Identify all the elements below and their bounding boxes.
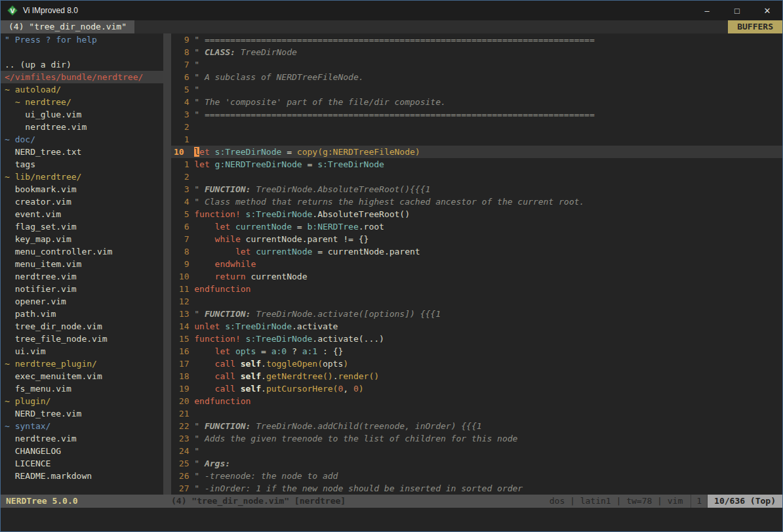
- editor-line[interactable]: 9 endwhile: [171, 258, 782, 270]
- tree-item[interactable]: notifier.vim: [1, 283, 163, 295]
- main-area: " Press ? for help.. (up a dir)</vimfile…: [1, 33, 782, 495]
- editor-line-current[interactable]: 10let s:TreeDirNode = copy(g:NERDTreeFil…: [171, 146, 782, 158]
- editor-line[interactable]: 18 call self.getNerdtree().render(): [171, 370, 782, 382]
- tree-item[interactable]: .. (up a dir): [1, 58, 163, 71]
- tree-item[interactable]: nerdtree.vim: [1, 432, 163, 445]
- tree-item[interactable]: ~ nerdtree_plugin/: [1, 358, 163, 370]
- tree-item[interactable]: ~ syntax/: [1, 420, 163, 432]
- tree-item[interactable]: key_map.vim: [1, 233, 163, 245]
- tree-item[interactable]: fs_menu.vim: [1, 382, 163, 395]
- editor-line[interactable]: 2: [171, 171, 782, 183]
- editor-line[interactable]: 6" A subclass of NERDTreeFileNode.: [171, 71, 782, 83]
- tree-item[interactable]: exec_menuitem.vim: [1, 370, 163, 382]
- tree-item[interactable]: LICENCE: [1, 457, 163, 470]
- editor-line[interactable]: 1let g:NERDTreeDirNode = s:TreeDirNode: [171, 158, 782, 171]
- nerdtree-sidebar[interactable]: " Press ? for help.. (up a dir)</vimfile…: [1, 33, 163, 495]
- tree-item[interactable]: opener.vim: [1, 295, 163, 308]
- tree-item[interactable]: ui_glue.vim: [1, 108, 163, 121]
- line-number: 16: [174, 345, 189, 358]
- code-text: call self.putCursorHere(0, 0): [194, 382, 363, 395]
- editor-line[interactable]: 20endfunction: [171, 395, 782, 407]
- tree-item[interactable]: ~ doc/: [1, 133, 163, 146]
- tree-item[interactable]: tree_file_node.vim: [1, 333, 163, 345]
- editor-line[interactable]: 13" FUNCTION: TreeDirNode.activate([opti…: [171, 308, 782, 320]
- editor-line[interactable]: 24": [171, 445, 782, 457]
- line-number: 15: [174, 333, 189, 345]
- line-number: 7: [174, 58, 189, 71]
- tree-item[interactable]: README.markdown: [1, 470, 163, 482]
- editor-line[interactable]: 7": [171, 58, 782, 71]
- tree-item[interactable]: NERD_tree.vim: [1, 407, 163, 420]
- tree-item[interactable]: tree_dir_node.vim: [1, 320, 163, 333]
- editor-line[interactable]: 15function! s:TreeDirNode.activate(...): [171, 333, 782, 345]
- editor-line[interactable]: 27" -inOrder: 1 if the new node should b…: [171, 482, 782, 495]
- line-number: 9: [174, 33, 189, 46]
- editor-line[interactable]: 2: [171, 121, 782, 133]
- code-text: " -inOrder: 1 if the new node should be …: [194, 482, 523, 495]
- editor-line[interactable]: 4" The 'composite' part of the file/dir …: [171, 96, 782, 108]
- code-text: " FUNCTION: TreeDirNode.addChild(treenod…: [194, 420, 481, 432]
- tree-item[interactable]: flag_set.vim: [1, 220, 163, 233]
- editor-line[interactable]: 21: [171, 407, 782, 420]
- line-number: 6: [174, 71, 189, 83]
- tree-item[interactable]: NERD_tree.txt: [1, 146, 163, 158]
- maximize-button[interactable]: □: [722, 1, 752, 20]
- tree-item[interactable]: bookmark.vim: [1, 183, 163, 195]
- code-text: " -treenode: the node to add: [194, 470, 338, 482]
- tree-item[interactable]: event.vim: [1, 208, 163, 220]
- editor-line[interactable]: 4" Class method that returns the highest…: [171, 195, 782, 208]
- tree-item[interactable]: " Press ? for help: [1, 33, 163, 46]
- tree-root-item[interactable]: </vimfiles/bundle/nerdtree/: [1, 71, 163, 83]
- minimize-button[interactable]: –: [692, 1, 722, 20]
- editor-line[interactable]: 6 let currentNode = b:NERDTree.root: [171, 220, 782, 233]
- tree-item[interactable]: nerdtree.vim: [1, 121, 163, 133]
- editor-line[interactable]: 8" CLASS: TreeDirNode: [171, 46, 782, 58]
- tree-item[interactable]: ui.vim: [1, 345, 163, 358]
- tree-item[interactable]: creator.vim: [1, 195, 163, 208]
- tab-tree-dir-node[interactable]: (4) "tree_dir_node.vim": [1, 20, 134, 33]
- editor-line[interactable]: 5function! s:TreeDirNode.AbsoluteTreeRoo…: [171, 208, 782, 220]
- tree-item[interactable]: ~ plugin/: [1, 395, 163, 407]
- code-text: " CLASS: TreeDirNode: [194, 46, 297, 58]
- editor-line[interactable]: 26" -treenode: the node to add: [171, 470, 782, 482]
- editor-line[interactable]: 19 call self.putCursorHere(0, 0): [171, 382, 782, 395]
- editor-line[interactable]: 25" Args:: [171, 457, 782, 470]
- editor-line[interactable]: 9" =====================================…: [171, 33, 782, 46]
- editor-line[interactable]: 23" Adds the given treenode to the list …: [171, 432, 782, 445]
- editor-line[interactable]: 12: [171, 295, 782, 308]
- tree-item[interactable]: ~ lib/nerdtree/: [1, 171, 163, 183]
- svg-text:V: V: [10, 8, 15, 14]
- tree-item[interactable]: [1, 46, 163, 58]
- editor-line[interactable]: 17 call self.toggleOpen(opts): [171, 358, 782, 370]
- close-button[interactable]: ✕: [752, 1, 782, 20]
- editor-line[interactable]: 14unlet s:TreeDirNode.activate: [171, 320, 782, 333]
- editor-line[interactable]: 10 return currentNode: [171, 270, 782, 283]
- editor-line[interactable]: 3" FUNCTION: TreeDirNode.AbsoluteTreeRoo…: [171, 183, 782, 195]
- editor-area[interactable]: 9" =====================================…: [171, 33, 782, 495]
- tree-item[interactable]: menu_controller.vim: [1, 245, 163, 258]
- editor-line[interactable]: 3" =====================================…: [171, 108, 782, 121]
- tree-item[interactable]: menu_item.vim: [1, 258, 163, 270]
- editor-line[interactable]: 5": [171, 83, 782, 96]
- tree-item[interactable]: ~ autoload/: [1, 83, 163, 96]
- window-separator[interactable]: [163, 33, 171, 495]
- code-text: let s:TreeDirNode = copy(g:NERDTreeFileN…: [194, 146, 420, 158]
- line-number: 11: [174, 283, 189, 295]
- line-number: 4: [174, 96, 189, 108]
- title-bar[interactable]: V Vi IMproved 8.0 – □ ✕: [1, 1, 782, 20]
- tree-item[interactable]: nerdtree.vim: [1, 270, 163, 283]
- command-line[interactable]: [1, 508, 782, 531]
- tree-item[interactable]: CHANGELOG: [1, 445, 163, 457]
- editor-line[interactable]: 1: [171, 133, 782, 146]
- editor-line[interactable]: 16 let opts = a:0 ? a:1 : {}: [171, 345, 782, 358]
- code-text: call self.toggleOpen(opts): [194, 358, 348, 370]
- tree-item[interactable]: ~ nerdtree/: [1, 96, 163, 108]
- editor-line[interactable]: 7 while currentNode.parent != {}: [171, 233, 782, 245]
- code-text: while currentNode.parent != {}: [194, 233, 369, 245]
- editor-line[interactable]: 8 let currentNode = currentNode.parent: [171, 245, 782, 258]
- editor-line[interactable]: 11endfunction: [171, 283, 782, 295]
- line-number: 5: [174, 208, 189, 220]
- tree-item[interactable]: path.vim: [1, 308, 163, 320]
- tree-item[interactable]: tags: [1, 158, 163, 171]
- editor-line[interactable]: 22" FUNCTION: TreeDirNode.addChild(treen…: [171, 420, 782, 432]
